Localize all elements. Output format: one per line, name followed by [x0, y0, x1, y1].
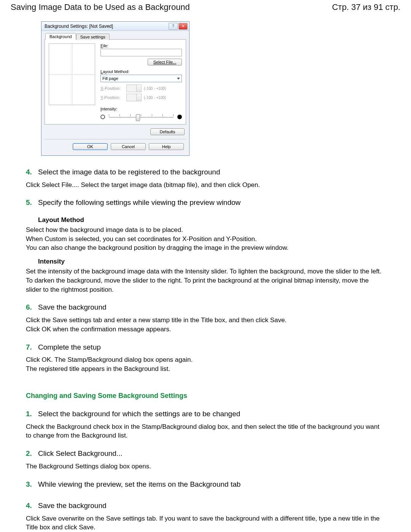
subsection-paragraph: Select how the background image data is …: [26, 225, 385, 235]
layout-method-select[interactable]: Fill page: [100, 75, 182, 82]
step: 5.Specify the following settings while v…: [26, 198, 385, 211]
select-file-button-label: Select File...: [153, 60, 177, 64]
tab-background[interactable]: Background: [45, 33, 76, 40]
step-heading: Select the background for which the sett…: [38, 409, 385, 419]
y-position-range: (-100 - +100): [144, 96, 166, 100]
intensity-min-icon: [100, 115, 105, 119]
step: 3.While viewing the preview, set the ite…: [26, 479, 385, 493]
chevron-down-icon: [177, 78, 180, 80]
preview-guide-vertical: [72, 44, 72, 105]
step-number: 1.: [26, 409, 38, 422]
layout-method-label: Layout Method:: [100, 69, 182, 74]
cancel-button[interactable]: Cancel: [111, 143, 146, 150]
step: 7.Complete the setup: [26, 342, 385, 356]
intensity-max-icon: [177, 115, 182, 119]
x-position-range: (-100 - +100): [144, 86, 166, 91]
step-heading: Complete the setup: [38, 342, 385, 353]
x-position-label: X-Position:: [100, 86, 124, 91]
document-body: 4.Select the image data to be registered…: [26, 167, 385, 532]
step-paragraph: Click the Save settings tab and enter a …: [26, 316, 385, 325]
step-paragraph: Check the Background check box in the St…: [26, 422, 385, 441]
page-indicator: Стр. 37 из 91 стр.: [332, 2, 400, 12]
dialog-titlebar: Background Settings: [Not Saved] ? ✕: [41, 22, 189, 31]
dialog-title: Background Settings: [Not Saved]: [45, 24, 168, 29]
step-number: 4.: [26, 501, 38, 514]
step-paragraph: The Background Settings dialog box opens…: [26, 462, 385, 471]
tab-save-settings[interactable]: Save settings: [76, 34, 110, 40]
preview-area[interactable]: [49, 43, 95, 105]
step-heading: Save the background: [38, 501, 385, 511]
x-position-spinner: [126, 85, 142, 92]
file-input[interactable]: [100, 49, 182, 56]
background-settings-dialog: Background Settings: [Not Saved] ? ✕ Bac…: [41, 21, 190, 156]
subsection-paragraph: Set the intensity of the background imag…: [26, 267, 385, 294]
step: 2.Click Select Background...: [26, 449, 385, 462]
subsection-title: Layout Method: [38, 216, 385, 225]
step-heading: Save the background: [38, 302, 385, 313]
step: 6.Save the background: [26, 302, 385, 316]
step-number: 2.: [26, 449, 38, 462]
step-paragraph: Click OK. The Stamp/Background dialog bo…: [26, 355, 385, 364]
step-paragraph: Click Save overwrite on the Save setting…: [26, 514, 385, 532]
step-paragraph: Click Select File.... Select the target …: [26, 181, 385, 190]
window-close-button[interactable]: ✕: [178, 23, 188, 30]
subsection-paragraph: You can also change the background posit…: [26, 243, 385, 252]
intensity-label: Intensity:: [100, 107, 182, 111]
section-b-title: Changing and Saving Some Background Sett…: [26, 391, 385, 401]
page-title: Saving Image Data to be Used as a Backgr…: [11, 2, 190, 12]
subsection-paragraph: When Custom is selected, you can set coo…: [26, 235, 385, 244]
ok-button[interactable]: OK: [73, 143, 108, 150]
step-number: 3.: [26, 479, 38, 493]
select-file-button[interactable]: Select File...: [148, 59, 182, 66]
step-number: 4.: [26, 167, 38, 181]
step-heading: Select the image data to be registered t…: [38, 167, 385, 177]
step-heading: Specify the following settings while vie…: [38, 198, 385, 208]
step: 4.Select the image data to be registered…: [26, 167, 385, 181]
help-button[interactable]: Help: [149, 143, 184, 150]
step-heading: Click Select Background...: [38, 449, 385, 459]
defaults-button[interactable]: Defaults: [150, 128, 185, 135]
step: 4.Save the background: [26, 501, 385, 514]
subsection-title: Intensity: [38, 257, 385, 266]
slider-thumb[interactable]: [136, 114, 140, 121]
layout-method-value: Fill page: [102, 76, 118, 81]
step-paragraph: Click OK when the confirmation message a…: [26, 325, 385, 334]
y-position-label: Y-Position:: [100, 95, 124, 100]
step-number: 7.: [26, 342, 38, 356]
window-help-button[interactable]: ?: [169, 23, 178, 30]
step-number: 6.: [26, 302, 38, 316]
step-heading: While viewing the preview, set the items…: [38, 479, 385, 490]
y-position-spinner: [126, 94, 142, 101]
intensity-slider[interactable]: [109, 113, 174, 120]
step-paragraph: The registered title appears in the Back…: [26, 364, 385, 374]
step-number: 5.: [26, 198, 38, 211]
tab-panel-background: File: Select File... Layout Method: Fill…: [45, 39, 186, 125]
step: 1.Select the background for which the se…: [26, 409, 385, 422]
file-label: File:: [100, 43, 182, 48]
